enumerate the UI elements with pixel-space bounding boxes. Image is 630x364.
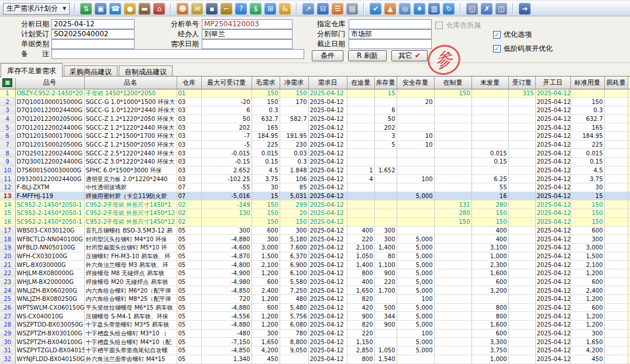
column-header[interactable]: 需求日 — [308, 77, 347, 89]
network-icon[interactable]: ♦ — [414, 3, 425, 15]
copy-icon[interactable]: ▤ — [346, 3, 358, 15]
table-row[interactable]: 15SC952-2-1450*2050-1C952-2子母箱 外形尺寸1450*… — [0, 209, 630, 218]
computer-icon[interactable]: ▣ — [95, 3, 106, 15]
row-number[interactable]: 25 — [0, 295, 15, 304]
row-number[interactable]: 17 — [0, 226, 15, 235]
row-number[interactable]: 15 — [0, 209, 15, 218]
table-row[interactable]: 20WFH-CX030100G压铆螺钉 FH-M3-10 易车铁、环05-4,8… — [0, 252, 630, 261]
table-row[interactable]: 17WBS03-CX030120G盲孔压铆螺柱 BSO-3.5M3-12 易05… — [0, 226, 630, 235]
row-number[interactable]: 5 — [0, 123, 15, 132]
row-number[interactable]: 24 — [0, 286, 15, 295]
table-row[interactable]: 4D7Q1201220020500GSGCC-Z 1.2*1220*2050 环… — [0, 115, 630, 123]
handler-input[interactable]: 刘翠兰 — [202, 29, 292, 39]
column-header[interactable]: 品号 — [15, 77, 84, 89]
column-header[interactable]: 仓库 — [177, 77, 201, 89]
table-row[interactable]: 10D7S6001500030000GSPHC 6.0*1500*3000 环保… — [0, 166, 630, 175]
row-number[interactable]: 26 — [0, 303, 15, 312]
org-tree-icon[interactable]: ⇅ — [80, 3, 92, 15]
briefcase-icon[interactable]: ▬ — [139, 3, 150, 15]
table-row[interactable]: 19WFBLD-NN050100G封闭型扁圆头拉铆钉 M5*10 环05-4,6… — [0, 243, 630, 252]
table-row[interactable]: 22WHJLM-BX080000G焊接螺母 M8 无碰焊点 易车铁05-4,90… — [0, 269, 630, 278]
mail-icon[interactable]: ✉ — [191, 3, 203, 15]
column-header[interactable]: 未发量 — [471, 77, 508, 89]
window-close-icon[interactable]: ✗ — [481, 3, 493, 15]
drawer-icon[interactable]: ☰ — [332, 3, 343, 15]
row-number[interactable]: 6 — [0, 131, 15, 140]
row-number[interactable]: 30 — [0, 338, 15, 346]
row-number[interactable]: 3 — [0, 106, 15, 115]
column-header[interactable]: 最大可受订量 — [201, 77, 252, 89]
doc-search-icon[interactable]: ◎ — [399, 3, 411, 15]
row-number[interactable]: 20 — [0, 252, 15, 261]
warehouse-include-checkbox[interactable]: 仓库含所属 — [435, 20, 481, 30]
warehouse-input[interactable] — [349, 19, 432, 29]
table-row[interactable]: 30WSZPTZH-BX040100G十字槽盘头组合螺钉 M4*10（配05-7… — [0, 338, 630, 346]
table-row[interactable]: 24WNLJZH-BX060200G内六角组合螺钉 M6*20（配平弹05-4,… — [0, 286, 630, 295]
row-number[interactable]: 28 — [0, 321, 15, 330]
calculator-icon[interactable]: ⊟ — [317, 3, 329, 15]
planned-order-input[interactable]: SO2025040002 — [51, 29, 135, 39]
table-row[interactable]: 3D7Q1001220024400GSGCC-G 1.0*1220*2440 环… — [0, 106, 630, 115]
optimize-option-checkbox[interactable]: ✓ 优化选项 — [493, 30, 532, 40]
row-number[interactable]: 13 — [0, 192, 15, 200]
table-row[interactable]: 16SC952-2-1450*2050-1C952-2子母箱 外形尺寸1450*… — [0, 217, 630, 226]
table-row[interactable]: 21WFL-BX030000G外六角法兰螺母 M3 易车铁、环05-4,8002… — [0, 261, 630, 269]
check-circle-icon[interactable]: ✔ — [370, 3, 381, 15]
row-number[interactable]: 11 — [0, 175, 15, 183]
table-row[interactable]: 5D7Q1201220024400GSGCC-Z 1.2*1220*2440 环… — [0, 123, 630, 132]
column-header[interactable]: 受订量 — [508, 77, 535, 89]
column-header[interactable]: 库存量 — [374, 77, 397, 89]
money-icon[interactable]: $ — [250, 3, 261, 15]
table-row[interactable]: 27WS-CX040010G压铆螺母 S-M4-1 易车铁、环保05-4,556… — [0, 312, 630, 321]
monitor-arrow-icon[interactable]: ▥ — [428, 3, 440, 15]
row-number[interactable]: 2 — [0, 98, 15, 106]
column-header[interactable]: 损耗量 — [604, 77, 628, 89]
help-icon[interactable]: ? — [235, 3, 247, 15]
row-number[interactable]: 12 — [0, 183, 15, 192]
row-number[interactable]: 18 — [0, 235, 15, 244]
dept-input[interactable]: 市场部 — [349, 29, 432, 39]
phone-icon[interactable]: ☎ — [109, 3, 121, 15]
column-header[interactable]: 标准用量 — [570, 77, 604, 89]
column-header[interactable]: 在制量 — [434, 77, 471, 89]
demand-date-input[interactable] — [202, 39, 292, 49]
row-number[interactable]: 14 — [0, 200, 15, 209]
window-cascade-icon[interactable]: ◫ — [495, 3, 507, 15]
table-row[interactable]: 25WNLJZH-BX080250G内六角组合螺钉 M8*25（配平弹05720… — [0, 295, 630, 304]
refresh-button[interactable]: R 刷新 — [348, 50, 387, 61]
table-row[interactable]: 18WFBCTLD-NN040100G封闭型沉头拉铆钉 M4*10 环保05-4… — [0, 235, 630, 244]
row-number[interactable]: 1 — [0, 89, 15, 98]
excel-export-icon[interactable]: ▦ — [2, 78, 12, 87]
table-row[interactable]: 28WSZPTDD-BX030050G十字盘头带垫螺钉 M3*5 易车铁05-4… — [0, 321, 630, 330]
card-icon[interactable]: ▪ — [206, 3, 218, 15]
row-number[interactable]: 32 — [0, 355, 15, 363]
doc-type-input[interactable] — [51, 39, 135, 49]
row-number[interactable]: 16 — [0, 217, 15, 226]
row-number[interactable]: 4 — [0, 115, 15, 123]
row-number[interactable]: 23 — [0, 278, 15, 286]
person-money-icon[interactable]: & — [279, 3, 291, 15]
condition-button[interactable]: 条件 — [312, 50, 343, 61]
table-row[interactable]: 14SC952-2-1450*2050-1C952-2子母箱 外形尺寸1450*… — [0, 200, 630, 209]
column-header[interactable]: 毛需求 — [252, 77, 280, 89]
table-row[interactable]: 29WSZPTZH-BX030100G十字槽盘头组合螺钉 M3*10 （05-4… — [0, 329, 630, 338]
table-row[interactable]: 31WSZPYTZGLD-BX040150十字槽平圆头带垫燕尾钻自攻螺05-4,… — [0, 346, 630, 355]
row-number[interactable]: 27 — [0, 312, 15, 321]
home-icon[interactable]: ⌂ — [153, 3, 165, 15]
module-selector-dropdown[interactable]: 生产需求/计划分 ▼ — [3, 3, 70, 15]
table-row[interactable]: 1OBZY-C952-2-1450*20子母箱 1450*1200*205001… — [0, 89, 630, 98]
row-number[interactable]: 29 — [0, 329, 15, 338]
row-number[interactable]: 8 — [0, 149, 15, 158]
table-row[interactable]: 11D932001220024400G透明亚克力板 2.0*1220*24400… — [0, 175, 630, 183]
row-number[interactable]: 31 — [0, 346, 15, 355]
tab-1[interactable]: 库存不足量需求 — [1, 63, 63, 78]
deadline-input[interactable] — [349, 39, 432, 49]
table-row[interactable]: 8D7Q2501220024400GSGCC-Z 2.5*1220*2440 环… — [0, 149, 630, 158]
row-number[interactable]: 22 — [0, 269, 15, 278]
remark-input[interactable] — [51, 49, 304, 59]
lock-icon[interactable]: ● — [124, 3, 136, 15]
column-header[interactable]: 在途量 — [347, 77, 374, 89]
lowcode-expand-checkbox[interactable]: ✓ 低阶码展开优化 — [493, 44, 553, 54]
analysis-date-input[interactable]: 2025-04-12 — [51, 19, 135, 29]
chart-icon[interactable]: ↗ — [302, 3, 314, 15]
